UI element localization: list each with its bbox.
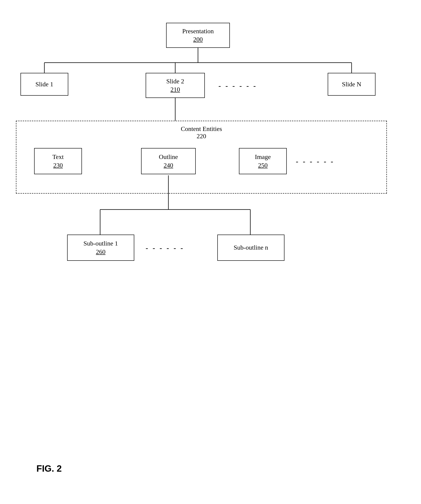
outline-id: 240 <box>164 161 173 169</box>
presentation-label: Presentation <box>182 27 214 35</box>
outline240-node: Outline 240 <box>141 148 196 174</box>
suboutlineN-node: Sub-outline n <box>217 234 284 261</box>
suboutline1-id: 260 <box>96 248 105 256</box>
text-id: 230 <box>53 161 63 169</box>
presentation-node: Presentation 200 <box>166 23 230 48</box>
content-entities-id: 220 <box>197 132 206 140</box>
image250-node: Image 250 <box>239 148 287 174</box>
presentation-id: 200 <box>193 35 203 43</box>
ellipsis-content: - - - - - - <box>296 157 334 166</box>
suboutlineN-label: Sub-outline n <box>234 243 268 252</box>
image-label: Image <box>255 153 271 161</box>
ellipsis-suboutlines: - - - - - - <box>146 244 184 252</box>
slide2-node: Slide 2 210 <box>146 73 205 98</box>
slide1-node: Slide 1 <box>20 73 68 96</box>
suboutline1-node: Sub-outline 1 260 <box>67 234 134 261</box>
text230-node: Text 230 <box>34 148 82 174</box>
text-label: Text <box>52 153 64 161</box>
figure-label: FIG. 2 <box>36 463 62 474</box>
image-id: 250 <box>258 161 268 169</box>
slide2-id: 210 <box>170 85 180 94</box>
diagram: Presentation 200 Slide 1 Slide 2 210 Sli… <box>0 9 421 487</box>
outline-label: Outline <box>159 153 178 161</box>
slideN-label: Slide N <box>342 80 361 88</box>
suboutline1-label: Sub-outline 1 <box>83 239 118 247</box>
slide2-label: Slide 2 <box>166 77 184 85</box>
slideN-node: Slide N <box>328 73 375 96</box>
slide1-label: Slide 1 <box>35 80 53 88</box>
content-entities-label: Content Entities <box>181 125 222 132</box>
ellipsis-slides: - - - - - - <box>218 82 257 90</box>
